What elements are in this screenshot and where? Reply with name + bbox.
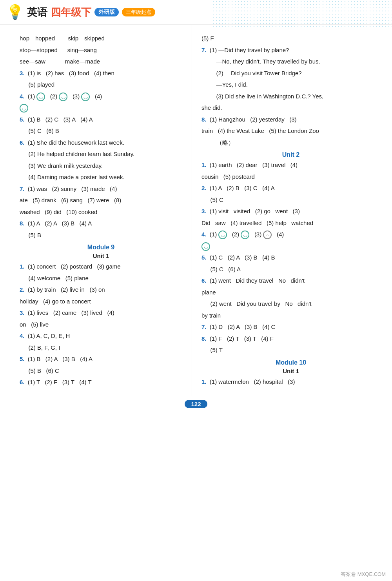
q4-line1: 4. (1) ◡ (2) ◡ (3) ◡ (4) [20,91,182,102]
r-q7-2b: —Yes, I did. [201,80,380,90]
u2-smiley-2: ◡ [241,231,249,239]
q7-line2: ate (5) drank (6) sang (7) were (8) [20,195,182,205]
unit1-title: Unit 1 [20,252,182,259]
header-decoration [212,0,392,27]
u2-q3-line1: 3. (1) visit visited (2) go went (3) [201,206,380,216]
u2-q8-label: 8. [201,335,207,342]
q6-label-line: 6. (1) She did the housework last week. [20,138,182,148]
module10-title: Module 10 [201,359,380,366]
q7-label: 7. [20,185,25,192]
module9-title: Module 9 [20,244,182,251]
u2-q8-line2: (5) T [201,345,380,355]
u2-q2-line1: 2. (1) A (2) B (3) C (4) A [201,183,380,193]
u2-q1-line2: cousin (5) postcard [201,172,380,182]
subject-title: 英语 [27,5,47,19]
m9u1-q1-label: 1. [20,263,25,270]
m9u1-q6-line1: 6. (1) T (2) F (3) T (4) T [20,377,182,387]
u2-smiley-4: ◡ [201,242,210,251]
m9u1-q4-label: 4. [20,332,25,339]
q6-line4: (4) Daming made a poster last week. [20,172,182,182]
word-pair-row2: stop—stopped sing—sang [20,45,182,55]
unit2-title: Unit 2 [201,151,380,158]
page-header: 💡 英语 四年级下 外研版 三年级起点 [0,0,392,25]
m9u1-q2-line1: 2. (1) by train (2) live in (3) on [20,285,182,295]
q3-label: 3. [20,70,25,76]
u2-q7-line1: 7. (1) D (2) A (3) B (4) C [201,322,380,332]
q8-line2: (5) B [20,230,182,240]
m9u1-q5-line2: (5) B (6) C [20,366,182,376]
r-q8-line3: （略） [201,138,380,148]
m10u1-q1-label: 1. [201,378,207,385]
q3-line2: (5) played [20,80,182,90]
q4-label: 4. [20,93,25,100]
q6-label: 6. [20,139,25,146]
u2-q2-label: 2. [201,185,207,191]
m9u1-q6-label: 6. [20,379,25,385]
u2-smiley-1: ◡ [218,231,227,239]
m9u1-q2-label: 2. [20,286,25,293]
word-pair-row3: see—saw make—made [20,56,182,67]
u2-q6-line2b: by train [201,310,380,321]
m9u1-q4-line2: (2) B, F, G, I [20,343,182,353]
m9u1-q2-line2: holiday (4) go to a concert [20,296,182,307]
u2-q6-line2a: (2) went Did you travel by No didn't [201,299,380,309]
u2-q2-line2: (5) C [201,195,380,205]
r-q5-F: (5) F [201,33,380,44]
q7-line1: 7. (1) was (2) sunny (3) made (4) [20,184,182,194]
u2-q5-label: 5. [201,254,207,261]
page-number: 122 [185,400,207,408]
m9u1-q1-line2: (4) welcome (5) plane [20,273,182,283]
u2-q4-label: 4. [201,231,207,238]
m9u1-q3-line1: 3. (1) lives (2) came (3) lived (4) [20,308,182,318]
r-q7-2a: (2) —Did you visit Tower Bridge? [201,68,380,78]
m9u1-q1-line1: 1. (1) concert (2) postcard (3) game [20,261,182,272]
q8-line1: 8. (1) A (2) A (3) B (4) A [20,218,182,229]
q4-line2: ◡ [20,103,182,113]
q5-line2: (5) C (6) B [20,126,182,136]
u2-q8-line1: 8. (1) F (2) T (3) T (4) F [201,334,380,344]
u2-q1-label: 1. [201,162,207,168]
r-q7-3a: (3) Did she live in Washington D.C.? Yes… [201,91,380,102]
r-q8-label: 8. [201,116,207,123]
u2-q6-line0: 6. (1) went Did they travel No didn't [201,276,380,286]
word-pair-row1: hop—hopped skip—skipped [20,33,182,44]
r-q8-line2: train (4) the West Lake (5) the London Z… [201,126,380,136]
smiley-4: ◡ [20,104,28,113]
m9u1-q5-line1: 5. (1) B (2) A (3) B (4) A [20,354,182,364]
q5-line1: 5. (1) B (2) C (3) A (4) A [20,114,182,125]
u2-q5-line2: (5) C (6) A [201,264,380,274]
q6-line3: (3) We drank milk yesterday. [20,161,182,171]
smiley-1: ◡ [36,93,45,101]
u2-q4-line1: 4. (1) ◡ (2) ◡ (3) ⌢ (4) [201,229,380,240]
u2-q3-line2: Did saw (4) travelled (5) help watched [201,218,380,228]
u2-q6-label: 6. [201,277,207,284]
level-badge: 三年级起点 [122,8,155,16]
q8-label: 8. [20,220,25,227]
publisher-badge: 外研版 [94,8,119,16]
q7-line3: washed (9) did (10) cooked [20,207,182,217]
r-q7-line0: 7. (1) —Did they travel by plane? [201,45,380,55]
right-column: (5) F 7. (1) —Did they travel by plane? … [192,25,392,396]
m9u1-q3-line2: on (5) live [20,320,182,330]
smiley-2: ◡ [59,93,67,101]
unit1-m10-title: Unit 1 [201,368,380,374]
q5-label: 5. [20,116,25,123]
page-footer: 122 [0,396,392,410]
m9u1-q5-label: 5. [20,356,25,362]
main-content: hop—hopped skip—skipped stop—stopped sin… [0,25,392,396]
u2-q7-label: 7. [201,323,207,330]
u2-smiley-3-sad: ⌢ [263,231,272,239]
u2-q4-line2: ◡ [201,241,380,251]
q3-line1: 3. (1) is (2) has (3) food (4) then [20,68,182,78]
r-q7-1b: —No, they didn't. They travelled by bus. [201,56,380,67]
r-q7-label: 7. [201,47,207,53]
m10u1-q1-line1: 1. (1) watermelon (2) hospital (3) [201,377,380,387]
smiley-3: ◡ [81,93,90,101]
header-logo: 💡 [6,4,24,20]
u2-q6-line1b: plane [201,287,380,298]
m9u1-q4-line1: 4. (1) A, C, D, E, H [20,331,182,341]
u2-q3-label: 3. [201,208,207,214]
u2-q1-line1: 1. (1) earth (2) dear (3) travel (4) [201,160,380,170]
r-q7-3b: she did. [201,103,380,113]
grade-title: 四年级下 [51,5,91,19]
